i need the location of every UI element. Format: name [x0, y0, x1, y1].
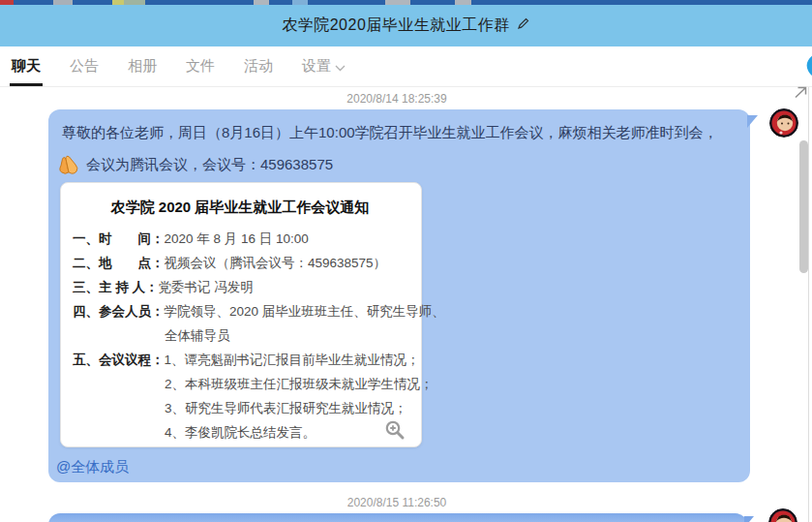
bubble-tail — [747, 115, 758, 128]
tab-chat-label: 聊天 — [12, 57, 41, 76]
message-text-line2: 会议为腾讯会议，会议号：459638575 — [56, 151, 333, 179]
notice-row-agenda-2: 2、本科班级班主任汇报班级未就业学生情况； — [73, 372, 407, 396]
tab-activities-label: 活动 — [244, 57, 273, 76]
tab-announcements-label: 公告 — [70, 57, 99, 76]
page-title: 农学院2020届毕业生就业工作群 — [282, 15, 510, 36]
notice-row-value: 学院领导、2020 届毕业班班主任、研究生导师、 — [165, 304, 445, 319]
notice-row-value: 视频会议（腾讯会议号：459638575） — [165, 256, 387, 270]
message-text-line2-text: 会议为腾讯会议，会议号：459638575 — [86, 156, 333, 174]
avatar[interactable] — [769, 108, 798, 138]
notice-title: 农学院 2020 届毕业生就业工作会议通知 — [73, 199, 407, 217]
notice-row-label: 四、参会人员： — [73, 304, 165, 319]
title-wrap: 农学院2020届毕业生就业工作群 — [282, 15, 530, 36]
mention-all-link[interactable]: @全体成员 — [56, 458, 129, 476]
group-chat-window: 农学院2020届毕业生就业工作群 聊天 公告 相册 文件 活动 设置 2020/… — [0, 0, 812, 522]
notice-row-value: 党委书记 冯发明 — [159, 280, 254, 294]
notice-row-host: 三、主 持 人：党委书记 冯发明 — [73, 275, 407, 299]
content-right-border — [808, 87, 809, 522]
notice-row-agenda-4: 4、李俊凯院长总结发言。 — [73, 420, 407, 445]
notice-row-value: 2、本科班级班主任汇报班级未就业学生情况； — [165, 377, 434, 391]
tab-activities[interactable]: 活动 — [242, 46, 275, 86]
timestamp: 2020/8/15 11:26:50 — [0, 496, 794, 509]
notice-row-time: 一、时 间：2020 年 8 月 16 日 10:00 — [73, 227, 407, 251]
timestamp: 2020/8/14 18:25:39 — [0, 92, 794, 106]
notice-row-attendees-cont: 全体辅导员 — [73, 323, 407, 348]
message-text-line1: 尊敬的各位老师，周日（8月16日）上午10:00学院召开毕业生就业工作会议，麻烦… — [62, 122, 739, 143]
notice-row-agenda: 五、会议议程：1、谭亮魁副书记汇报目前毕业生就业情况； — [73, 348, 407, 372]
zoom-in-icon[interactable] — [384, 419, 406, 445]
tab-files-label: 文件 — [186, 57, 215, 76]
notice-row-label: 三、主 持 人： — [73, 280, 159, 294]
notice-row-place: 二、地 点：视频会议（腾讯会议号：459638575） — [73, 251, 407, 275]
chevron-down-icon — [335, 58, 346, 75]
notice-row-value: 1、谭亮魁副书记汇报目前毕业生就业情况； — [165, 353, 420, 367]
notice-row-label: 一、时 间： — [73, 231, 165, 246]
tab-announcements[interactable]: 公告 — [68, 46, 101, 86]
scrollbar-thumb[interactable] — [799, 140, 808, 273]
notice-row-attendees: 四、参会人员：学院领导、2020 届毕业班班主任、研究生导师、 — [73, 299, 407, 323]
notice-row-value: 全体辅导员 — [165, 328, 230, 343]
notice-row-value: 3、研究生导师代表汇报研究生就业情况； — [165, 401, 407, 415]
notice-row-value: 4、李俊凯院长总结发言。 — [165, 425, 316, 440]
corner-arrow-icon[interactable] — [794, 85, 808, 103]
avatar[interactable] — [768, 508, 797, 522]
notice-row-label: 五、会议议程： — [73, 353, 165, 367]
tab-chat[interactable]: 聊天 — [10, 46, 43, 86]
edit-title-icon[interactable] — [516, 16, 530, 35]
notice-card-image[interactable]: 农学院 2020 届毕业生就业工作会议通知 一、时 间：2020 年 8 月 1… — [60, 182, 422, 447]
header: 农学院2020届毕业生就业工作群 — [0, 5, 812, 46]
blue-float-icon[interactable] — [801, 50, 812, 83]
tab-settings[interactable]: 设置 — [300, 46, 347, 86]
notice-row-agenda-3: 3、研究生导师代表汇报研究生就业情况； — [73, 396, 407, 420]
bubble-tail — [744, 516, 754, 522]
notice-row-label: 二、地 点： — [73, 256, 165, 270]
notice-row-value: 2020 年 8 月 16 日 10:00 — [165, 231, 309, 246]
tab-settings-label: 设置 — [302, 57, 331, 76]
message-bubble: 尊敬的各位老师，周日（8月16日）上午10:00学院召开毕业生就业工作会议，麻烦… — [48, 109, 750, 482]
tab-album-label: 相册 — [128, 57, 157, 76]
tab-files[interactable]: 文件 — [184, 46, 217, 86]
tab-bar: 聊天 公告 相册 文件 活动 设置 — [0, 46, 812, 87]
message-bubble-partial — [48, 513, 747, 522]
folded-hands-emoji — [56, 151, 81, 179]
tab-album[interactable]: 相册 — [126, 46, 159, 86]
